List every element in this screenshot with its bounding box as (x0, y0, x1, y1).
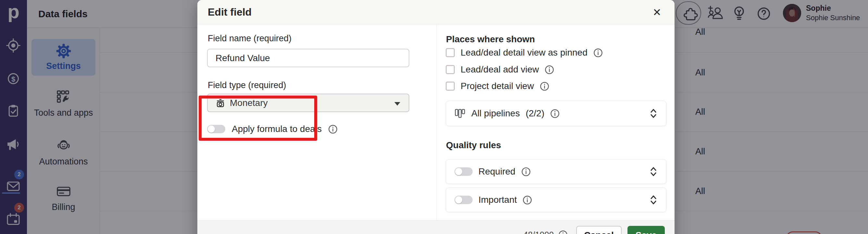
places-heading: Places where shown (446, 34, 535, 45)
quality-rules-heading: Quality rules (446, 140, 501, 150)
pipeline-icon (455, 108, 465, 119)
field-name-input[interactable] (207, 49, 409, 67)
char-count-value: 48/1000 (523, 230, 554, 234)
info-icon[interactable] (328, 124, 338, 134)
expand-collapse-icon[interactable] (649, 195, 658, 205)
place-option-row: Lead/deal detail view as pinned (446, 47, 603, 59)
important-toggle[interactable] (455, 196, 473, 204)
place-option-label: Project detail view (461, 81, 534, 91)
apply-formula-row: Apply formula to deals (207, 124, 338, 134)
place-option-label: Lead/deal detail view as pinned (461, 48, 588, 58)
modal-title: Edit field (208, 0, 252, 24)
apply-formula-toggle[interactable] (207, 125, 225, 133)
rule-label: Important (478, 195, 517, 205)
info-icon[interactable] (523, 195, 532, 205)
expand-collapse-icon[interactable] (649, 167, 658, 177)
lead-deal-detail-checkbox[interactable] (446, 48, 455, 57)
lead-deal-add-checkbox[interactable] (446, 65, 455, 74)
field-type-value: Monetary (230, 98, 268, 108)
cancel-button[interactable]: Cancel (576, 226, 622, 234)
place-option-row: Lead/deal add view (446, 64, 554, 76)
info-icon[interactable] (545, 65, 554, 75)
field-name-label: Field name (required) (208, 33, 291, 43)
modal-header: Edit field ✕ (197, 0, 675, 24)
required-toggle[interactable] (455, 167, 473, 176)
apply-formula-label: Apply formula to deals (232, 124, 322, 134)
all-pipelines-count: (2/2) (526, 108, 545, 119)
field-type-label: Field type (required) (208, 80, 286, 90)
field-type-dropdown[interactable]: Monetary (207, 94, 409, 112)
modal-body: Field name (required) Field type (requir… (197, 24, 675, 221)
important-rule-card: Important (446, 187, 666, 212)
required-rule-card: Required (446, 159, 666, 184)
info-icon[interactable] (550, 109, 560, 118)
project-detail-checkbox[interactable] (446, 82, 455, 91)
monetary-icon (216, 98, 225, 108)
info-icon[interactable] (540, 82, 549, 91)
close-icon[interactable]: ✕ (651, 6, 663, 19)
chevron-down-icon (394, 102, 400, 106)
modal-footer: 48/1000 Cancel Save (197, 221, 675, 234)
screen: p Data fields Sophie Sophie Sunshine $ (0, 0, 868, 234)
all-pipelines-card: All pipelines (2/2) (446, 101, 666, 126)
info-icon[interactable] (521, 167, 531, 176)
place-option-label: Lead/deal add view (461, 64, 539, 75)
place-option-row: Project detail view (446, 80, 549, 92)
info-icon[interactable] (558, 230, 568, 234)
expand-collapse-icon[interactable] (649, 108, 658, 119)
save-button[interactable]: Save (627, 226, 665, 234)
edit-field-modal: Edit field ✕ Field name (required) Field… (197, 0, 675, 234)
char-count: 48/1000 (523, 230, 568, 234)
all-pipelines-label: All pipelines (471, 108, 520, 119)
info-icon[interactable] (593, 48, 603, 58)
places-column: Places where shown Lead/deal detail view… (437, 24, 675, 221)
rule-label: Required (478, 167, 516, 177)
